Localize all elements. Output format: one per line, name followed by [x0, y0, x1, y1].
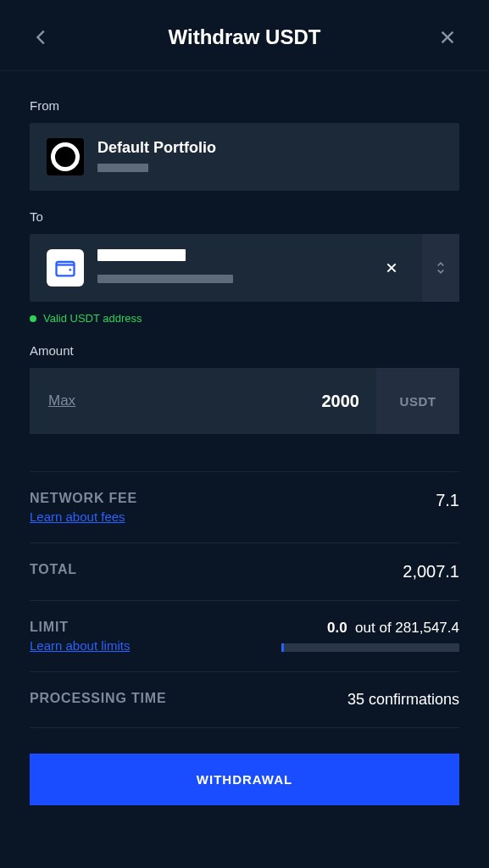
address-validation: Valid USDT address [30, 312, 459, 325]
learn-fees-link[interactable]: Learn about fees [30, 509, 137, 524]
from-portfolio-card[interactable]: Default Portfolio [30, 123, 459, 191]
amount-input[interactable] [94, 368, 376, 434]
network-fee-value: 7.1 [436, 491, 459, 510]
amount-card: Max USDT [30, 368, 459, 434]
amount-unit: USDT [376, 368, 459, 434]
status-dot-icon [30, 315, 36, 322]
address-selector-button[interactable] [422, 234, 459, 302]
coinbase-logo-icon [47, 138, 84, 175]
chevron-up-down-icon [434, 259, 447, 276]
processing-time-row: PROCESSING TIME 35 confirmations [30, 671, 459, 728]
to-card-text [97, 249, 373, 287]
to-address-value-redacted [97, 275, 233, 283]
learn-limits-link[interactable]: Learn about limits [30, 638, 130, 653]
network-fee-row: NETWORK FEE Learn about fees 7.1 [30, 471, 459, 542]
page-title: Withdraw USDT [169, 25, 321, 49]
network-fee-label: NETWORK FEE [30, 491, 137, 506]
close-button[interactable] [436, 25, 459, 49]
limit-cap: 281,547.4 [395, 620, 459, 636]
max-button[interactable]: Max [30, 368, 94, 434]
withdrawal-button[interactable]: WITHDRAWAL [30, 754, 459, 805]
limit-used: 0.0 [327, 620, 347, 636]
to-address-name-redacted [97, 249, 186, 261]
wallet-icon [47, 249, 84, 287]
amount-label: Amount [30, 343, 459, 358]
arrow-left-icon [32, 28, 51, 47]
processing-label: PROCESSING TIME [30, 691, 166, 706]
x-icon [385, 261, 398, 275]
portfolio-name: Default Portfolio [97, 139, 442, 157]
to-label: To [30, 209, 459, 224]
header: Withdraw USDT [0, 0, 489, 71]
portfolio-subtext-redacted [97, 164, 148, 172]
limit-label: LIMIT [30, 620, 130, 635]
validation-text: Valid USDT address [43, 312, 142, 325]
total-label: TOTAL [30, 562, 77, 577]
svg-point-3 [69, 269, 71, 271]
limit-row: LIMIT Learn about limits 0.0 out of 281,… [30, 600, 459, 671]
limit-progress-bar [281, 643, 459, 652]
to-address-card[interactable] [30, 234, 459, 302]
from-label: From [30, 98, 459, 113]
from-card-text: Default Portfolio [97, 139, 442, 175]
close-icon [438, 28, 457, 47]
limit-joiner: out of [355, 620, 392, 636]
total-value: 2,007.1 [403, 562, 459, 581]
processing-value: 35 confirmations [347, 691, 459, 709]
clear-address-button[interactable] [373, 261, 410, 275]
back-button[interactable] [30, 25, 53, 49]
limit-text: 0.0 out of 281,547.4 [327, 620, 459, 637]
total-row: TOTAL 2,007.1 [30, 542, 459, 600]
